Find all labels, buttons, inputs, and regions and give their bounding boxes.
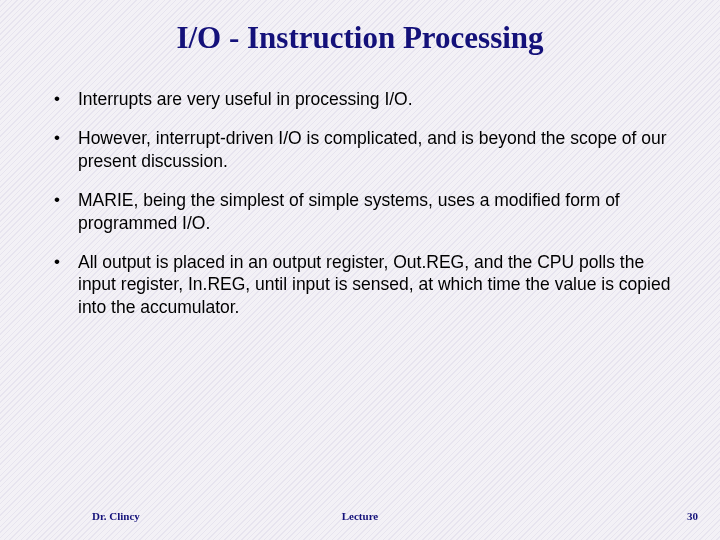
footer-lecture: Lecture — [0, 510, 720, 522]
bullet-item: MARIE, being the simplest of simple syst… — [48, 189, 680, 234]
slide-title: I/O - Instruction Processing — [0, 20, 720, 56]
bullet-item: All output is placed in an output regist… — [48, 251, 680, 318]
footer-page-number: 30 — [687, 510, 698, 522]
bullet-item: Interrupts are very useful in processing… — [48, 88, 680, 110]
slide: I/O - Instruction Processing Interrupts … — [0, 0, 720, 540]
bullet-list: Interrupts are very useful in processing… — [48, 88, 680, 335]
bullet-item: However, interrupt-driven I/O is complic… — [48, 127, 680, 172]
